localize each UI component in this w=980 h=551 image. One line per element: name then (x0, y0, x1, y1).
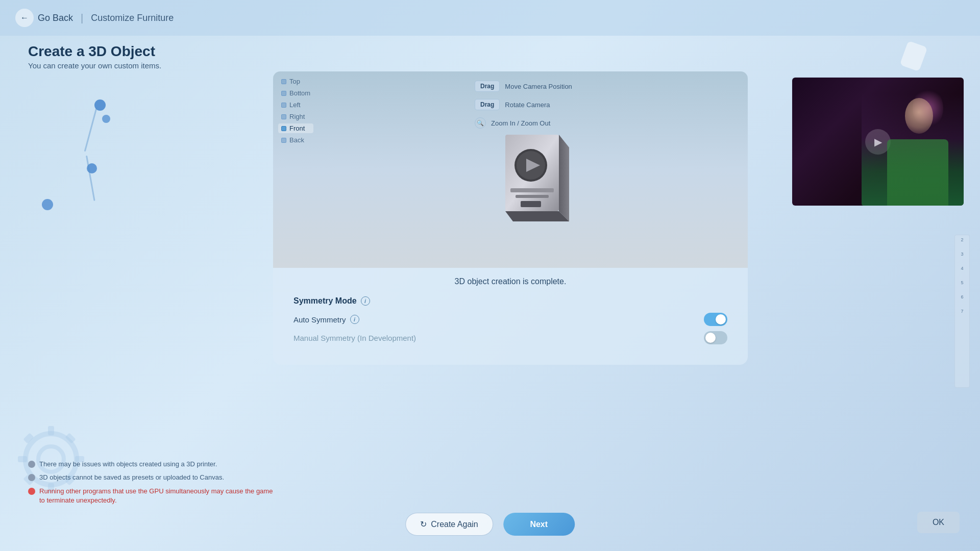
camera-view-front[interactable]: Front (278, 123, 313, 133)
svg-rect-4 (18, 456, 27, 462)
auto-symmetry-label: Auto Symmetry i (293, 315, 359, 324)
rotate-camera-label: Rotate Camera (505, 101, 550, 109)
camera-view-left[interactable]: Left (278, 100, 313, 110)
manual-symmetry-row: Manual Symmetry (In Development) (293, 331, 727, 344)
move-camera-label: Move Camera Position (505, 83, 572, 90)
rotate-camera-control: Drag Rotate Camera (475, 99, 572, 110)
camera-dot-top (281, 79, 286, 84)
svg-rect-17 (516, 195, 549, 198)
move-drag-badge: Drag (475, 81, 500, 92)
create-again-label: Create Again (431, 520, 478, 529)
zoom-camera-control: 🔍 Zoom In / Zoom Out (475, 117, 572, 129)
bg-deco-circle-4 (42, 199, 53, 210)
bg-arm-2 (86, 156, 95, 201)
ok-button[interactable]: OK (917, 512, 960, 533)
warning-text-1: There may be issues with objects created… (39, 460, 217, 469)
warning-text-3: Running other programs that use the GPU … (39, 487, 273, 505)
status-text: 3D object creation is complete. (273, 277, 748, 286)
warning-row-2: 3D objects cannot be saved as presets or… (28, 473, 273, 482)
auto-symmetry-toggle[interactable] (704, 313, 727, 326)
rotate-drag-badge: Drag (475, 99, 500, 110)
camera-dot-left (281, 103, 286, 108)
breadcrumb: Customize Furniture (91, 13, 174, 23)
video-content: ▶ (792, 78, 964, 206)
camera-view-top[interactable]: Top (278, 77, 313, 86)
create-again-button[interactable]: ↻ Create Again (405, 513, 493, 536)
symmetry-info-icon[interactable]: i (361, 296, 370, 306)
camera-dot-bottom (281, 91, 286, 96)
symmetry-mode-title: Symmetry Mode i (293, 296, 727, 306)
next-button[interactable]: Next (503, 513, 575, 536)
ok-label: OK (933, 518, 944, 527)
svg-rect-16 (510, 188, 554, 192)
video-person-body (887, 139, 948, 206)
svg-rect-2 (48, 426, 54, 435)
manual-symmetry-label: Manual Symmetry (In Development) (293, 334, 416, 342)
top-bar: ← Go Back | Customize Furniture (0, 0, 980, 36)
next-label: Next (530, 520, 548, 529)
back-button[interactable]: ← Go Back (15, 9, 73, 27)
svg-marker-10 (559, 135, 569, 221)
manual-symmetry-toggle-thumb (705, 333, 716, 343)
camera-view-right[interactable]: Right (278, 112, 313, 121)
camera-dot-back (281, 138, 286, 143)
page-subtitle: You can create your own custom items. (28, 61, 161, 70)
bottom-buttons: ↻ Create Again Next (405, 513, 575, 536)
warn-dot-1 (28, 461, 35, 468)
object-3d-display (480, 119, 582, 232)
back-arrow-circle: ← (15, 9, 34, 27)
back-label: Go Back (38, 13, 73, 23)
warning-row-3: Running other programs that use the GPU … (28, 487, 273, 505)
bg-deco-circle-2 (102, 115, 110, 123)
svg-marker-11 (505, 211, 569, 221)
breadcrumb-divider: | (81, 12, 83, 24)
svg-rect-18 (521, 201, 541, 207)
auto-symmetry-info-icon[interactable]: i (350, 315, 359, 324)
auto-symmetry-row: Auto Symmetry i (293, 313, 727, 326)
camera-view-bottom[interactable]: Bottom (278, 88, 313, 98)
camera-dot-front (281, 126, 286, 131)
warn-dot-2 (28, 474, 35, 481)
create-again-icon: ↻ (420, 519, 427, 529)
manual-symmetry-toggle[interactable] (704, 331, 727, 344)
warn-dot-3 (28, 488, 35, 495)
move-camera-control: Drag Move Camera Position (475, 81, 572, 92)
zoom-camera-label: Zoom In / Zoom Out (491, 119, 550, 127)
warnings-section: There may be issues with objects created… (28, 460, 273, 505)
symmetry-section: Symmetry Mode i Auto Symmetry i Manual S… (273, 296, 748, 344)
camera-controls-panel: Drag Move Camera Position Drag Rotate Ca… (475, 81, 572, 129)
camera-view-back[interactable]: Back (278, 135, 313, 145)
video-overlay[interactable]: ▶ (791, 77, 965, 207)
bg-arm-1 (84, 107, 97, 152)
top-right-deco (900, 41, 928, 72)
zoom-icon: 🔍 (475, 117, 486, 129)
camera-dot-right (281, 114, 286, 119)
page-title: Create a 3D Object (28, 43, 155, 60)
warning-row-1: There may be issues with objects created… (28, 460, 273, 469)
warning-text-2: 3D objects cannot be saved as presets or… (39, 473, 224, 482)
auto-symmetry-toggle-thumb (716, 314, 726, 324)
camera-view-list: Top Bottom Left Right Front Back (278, 77, 313, 145)
ruler-decoration: 2 3 4 5 6 7 (954, 235, 970, 388)
video-person-face (905, 98, 933, 134)
